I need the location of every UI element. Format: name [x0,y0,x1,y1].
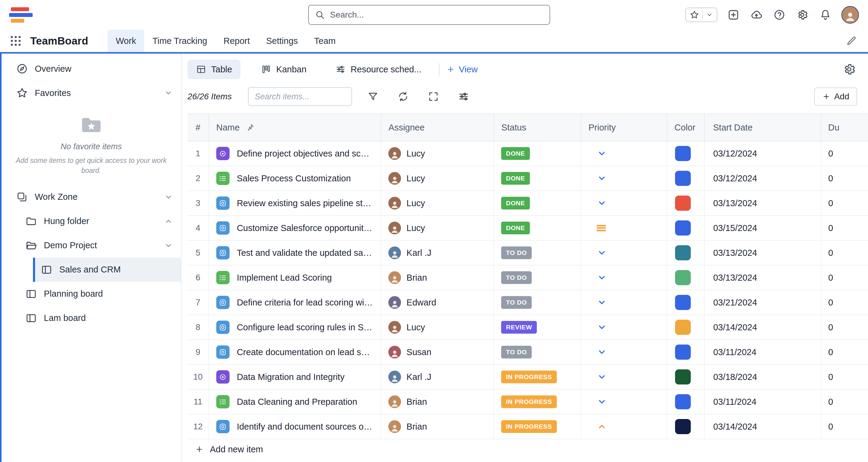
color-swatch[interactable] [675,270,691,285]
task-name[interactable]: Test and validate the updated sale... [237,248,373,258]
column-header-color[interactable]: Color [667,114,705,141]
start-date-cell[interactable]: 03/15/2024 [705,216,822,240]
assignee-cell[interactable]: Lucy [381,141,494,166]
table-row[interactable]: 7 Define criteria for lead scoring wit..… [187,290,868,315]
task-name[interactable]: Review existing sales pipeline stag... [237,198,373,208]
priority-control[interactable] [597,297,607,308]
priority-control[interactable] [597,422,607,432]
sidebar-item-lam-board[interactable]: Lam board [1,306,181,330]
global-search-input[interactable] [330,10,544,20]
due-date-cell[interactable]: 0 [822,290,868,315]
color-swatch[interactable] [675,345,691,360]
filter-button[interactable] [365,88,381,105]
task-name[interactable]: Data Migration and Integrity [237,372,344,382]
due-date-cell[interactable]: 0 [822,414,868,439]
table-row[interactable]: 2 Sales Process Customization Lucy DONE … [187,166,868,191]
settings-button[interactable] [796,8,809,22]
table-row[interactable]: 4 Customize Salesforce opportunity ... L… [187,216,868,241]
start-date-cell[interactable]: 03/14/2024 [705,414,822,439]
priority-control[interactable] [597,272,607,283]
color-swatch[interactable] [675,369,691,384]
status-badge[interactable]: DONE [501,147,530,160]
status-badge[interactable]: TO DO [501,271,532,284]
start-date-cell[interactable]: 03/11/2024 [705,389,822,414]
pin-icon[interactable] [246,123,255,132]
due-date-cell[interactable]: 0 [822,340,868,364]
table-row[interactable]: 3 Review existing sales pipeline stag...… [187,191,868,216]
view-settings-gear-icon[interactable] [843,63,856,76]
task-name[interactable]: Customize Salesforce opportunity ... [237,223,373,233]
status-badge[interactable]: TO DO [501,296,532,309]
view-tab-resource-scheduling[interactable]: Resource sched... [327,60,430,79]
nav-tab-settings[interactable]: Settings [258,30,306,52]
assignee-cell[interactable]: Lucy [381,166,494,191]
start-date-cell[interactable]: 03/12/2024 [705,166,822,191]
color-swatch[interactable] [675,196,691,211]
nav-tab-work[interactable]: Work [108,30,144,52]
color-swatch[interactable] [675,146,691,161]
sidebar-item-work-zone[interactable]: Work Zone [1,185,181,209]
assignee-cell[interactable]: Lucy [381,216,494,240]
table-row[interactable]: 6 Implement Lead Scoring Brian TO DO 03/… [187,265,868,290]
color-swatch[interactable] [675,171,691,186]
chevron-up-icon[interactable] [164,217,173,226]
help-button[interactable] [772,8,786,22]
priority-control[interactable] [597,173,607,183]
status-badge[interactable]: TO DO [501,247,532,259]
column-header-name[interactable]: Name [209,114,381,141]
task-name[interactable]: Define criteria for lead scoring wit... [237,298,373,308]
column-header-number[interactable]: # [187,114,209,141]
assignee-cell[interactable]: Edward [381,290,494,315]
priority-control[interactable] [597,347,607,357]
add-new-item-button[interactable]: Add new item [187,439,868,459]
chevron-down-icon[interactable] [164,88,173,97]
task-name[interactable]: Identify and document sources of ... [237,422,373,432]
view-tab-kanban[interactable]: Kanban [252,60,315,79]
assignee-cell[interactable]: Brian [381,389,494,414]
sidebar-item-planning-board[interactable]: Planning board [1,282,181,306]
priority-control[interactable] [597,397,607,407]
notifications-button[interactable] [818,8,832,22]
fullscreen-button[interactable] [425,88,441,105]
status-badge[interactable]: DONE [501,222,530,234]
table-row[interactable]: 11 Data Cleaning and Preparation Brian I… [187,389,868,414]
due-date-cell[interactable]: 0 [822,389,868,414]
start-date-cell[interactable]: 03/13/2024 [705,265,822,290]
start-date-cell[interactable]: 03/14/2024 [705,315,822,339]
add-item-button[interactable]: Add [814,87,857,106]
priority-control[interactable] [597,148,607,158]
table-row[interactable]: 8 Configure lead scoring rules in Sal...… [187,315,868,340]
priority-control[interactable] [597,225,606,231]
status-badge[interactable]: TO DO [501,346,532,358]
assignee-cell[interactable]: Brian [381,414,494,439]
priority-control[interactable] [597,198,607,208]
items-search[interactable] [248,87,352,106]
due-date-cell[interactable]: 0 [822,191,868,215]
sync-button[interactable] [395,88,411,105]
display-settings-button[interactable] [456,88,472,105]
task-name[interactable]: Create documentation on lead sco... [237,347,373,357]
status-badge[interactable]: IN PROGRESS [501,420,557,433]
column-header-status[interactable]: Status [494,114,581,141]
status-badge[interactable]: REVIEW [501,321,537,334]
task-name[interactable]: Data Cleaning and Preparation [237,397,357,407]
nav-tab-team[interactable]: Team [306,30,344,52]
status-badge[interactable]: DONE [501,172,530,185]
sidebar-item-favorites[interactable]: Favorites [1,81,181,105]
favorite-toggle[interactable] [685,7,717,22]
assignee-cell[interactable]: Lucy [381,191,494,215]
start-date-cell[interactable]: 03/13/2024 [705,191,822,215]
due-date-cell[interactable]: 0 [822,166,868,191]
edit-pencil-icon[interactable] [846,35,857,47]
start-date-cell[interactable]: 03/18/2024 [705,365,822,389]
sidebar-item-hung-folder[interactable]: Hung folder [1,209,181,233]
column-header-due-date[interactable]: Du [822,114,868,141]
due-date-cell[interactable]: 0 [822,265,868,290]
assignee-cell[interactable]: Susan [381,340,494,364]
task-name[interactable]: Define project objectives and scope. [237,149,373,158]
sidebar-item-sales-and-crm[interactable]: Sales and CRM [33,258,181,282]
start-date-cell[interactable]: 03/13/2024 [705,241,822,265]
status-badge[interactable]: IN PROGRESS [501,395,557,408]
start-date-cell[interactable]: 03/11/2024 [705,340,822,364]
view-tab-table[interactable]: Table [187,60,241,79]
